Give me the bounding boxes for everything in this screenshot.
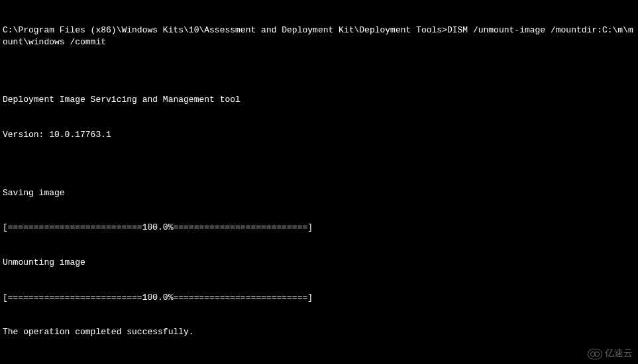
watermark: 亿速云 [588, 347, 633, 360]
terminal-line: Unmounting image [3, 257, 635, 269]
terminal-line: Deployment Image Servicing and Managemen… [3, 94, 635, 106]
terminal-line: Version: 10.0.17763.1 [3, 129, 635, 141]
watermark-text: 亿速云 [605, 347, 633, 360]
terminal-line: The operation completed successfully. [3, 326, 635, 338]
cloud-icon [588, 349, 602, 359]
terminal-line: C:\Program Files (x86)\Windows Kits\10\A… [3, 24, 635, 48]
terminal-line: [==========================100.0%=======… [3, 292, 635, 304]
terminal-line: [==========================100.0%=======… [3, 222, 635, 234]
terminal-line: Saving image [3, 187, 635, 199]
terminal-output: C:\Program Files (x86)\Windows Kits\10\A… [3, 1, 635, 364]
